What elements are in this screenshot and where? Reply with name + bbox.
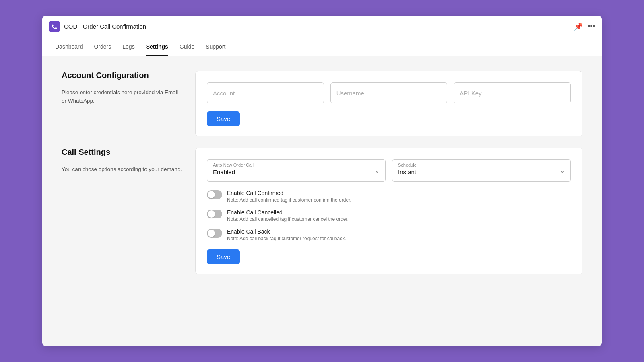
toggle-call-back[interactable] <box>207 229 222 238</box>
app-logo <box>49 21 60 32</box>
call-save-button[interactable]: Save <box>207 249 240 264</box>
toggle-confirmed-text: Enable Call Confirmed Note: Add call con… <box>227 190 351 203</box>
toggle-call-confirmed[interactable] <box>207 190 222 199</box>
more-icon[interactable]: ••• <box>588 22 595 31</box>
nav-support[interactable]: Support <box>206 38 225 56</box>
auto-order-value: Enabled <box>213 169 235 175</box>
account-section-title: Account Configuration <box>62 71 182 84</box>
account-section-label: Account Configuration Please enter crede… <box>62 71 182 105</box>
toggle-callback-text: Enable Call Back Note: Add call back tag… <box>227 228 346 241</box>
account-input[interactable] <box>207 82 324 103</box>
pin-icon[interactable]: 📌 <box>574 22 583 31</box>
call-section-label: Call Settings You can chose options acco… <box>62 148 182 174</box>
schedule-select-box[interactable]: Schedule Instant ⌄ <box>392 159 571 182</box>
call-settings-section: Call Settings You can chose options acco… <box>62 148 582 274</box>
title-bar-actions: 📌 ••• <box>574 22 595 31</box>
toggle-row-callback: Enable Call Back Note: Add call back tag… <box>207 228 571 241</box>
account-fields <box>207 82 571 103</box>
toggle-confirmed-note: Note: Add call confirmed tag if customer… <box>227 197 351 203</box>
toggle-row-cancelled: Enable Call Cancelled Note: Add call can… <box>207 209 571 222</box>
nav-dashboard[interactable]: Dashboard <box>55 38 83 56</box>
schedule-label: Schedule <box>398 162 417 167</box>
call-card: Auto New Order Call Enabled ⌄ Schedule I… <box>195 148 582 274</box>
toggle-cancelled-note: Note: Add call cancelled tag if customer… <box>227 216 349 222</box>
toggles-section: Enable Call Confirmed Note: Add call con… <box>207 190 571 241</box>
account-card: Save <box>195 71 582 136</box>
account-section-description: Please enter credentials here provided v… <box>62 88 182 105</box>
account-save-button[interactable]: Save <box>207 111 240 126</box>
nav-orders[interactable]: Orders <box>94 38 111 56</box>
username-input[interactable] <box>330 82 448 103</box>
toggle-callback-label: Enable Call Back <box>227 228 346 235</box>
toggle-callback-note: Note: Add call back tag if customer requ… <box>227 236 346 241</box>
nav-settings[interactable]: Settings <box>146 38 168 56</box>
auto-order-label: Auto New Order Call <box>213 162 254 167</box>
auto-order-chevron-icon: ⌄ <box>375 167 380 174</box>
auto-order-select-box[interactable]: Auto New Order Call Enabled ⌄ <box>207 159 386 182</box>
call-section-title: Call Settings <box>62 148 182 161</box>
account-section: Account Configuration Please enter crede… <box>62 71 582 136</box>
toggle-call-cancelled[interactable] <box>207 210 222 218</box>
app-title: COD - Order Call Confirmation <box>64 23 574 30</box>
schedule-value: Instant <box>398 169 416 175</box>
toggle-cancelled-label: Enable Call Cancelled <box>227 209 349 216</box>
api-key-input[interactable] <box>454 82 571 103</box>
schedule-dropdown-wrapper: Schedule Instant ⌄ <box>392 159 571 182</box>
nav-bar: Dashboard Orders Logs Settings Guide Sup… <box>42 37 602 56</box>
title-bar: COD - Order Call Confirmation 📌 ••• <box>42 16 602 37</box>
toggle-confirmed-label: Enable Call Confirmed <box>227 190 351 196</box>
app-window: COD - Order Call Confirmation 📌 ••• Dash… <box>42 16 602 346</box>
call-dropdowns: Auto New Order Call Enabled ⌄ Schedule I… <box>207 159 571 182</box>
call-section-description: You can chose options according to your … <box>62 165 182 174</box>
nav-logs[interactable]: Logs <box>122 38 134 56</box>
toggle-row-confirmed: Enable Call Confirmed Note: Add call con… <box>207 190 571 203</box>
toggle-cancelled-text: Enable Call Cancelled Note: Add call can… <box>227 209 349 222</box>
nav-guide[interactable]: Guide <box>180 38 194 56</box>
schedule-chevron-icon: ⌄ <box>560 167 565 174</box>
auto-order-dropdown-wrapper: Auto New Order Call Enabled ⌄ <box>207 159 386 182</box>
main-content: Account Configuration Please enter crede… <box>42 56 602 346</box>
